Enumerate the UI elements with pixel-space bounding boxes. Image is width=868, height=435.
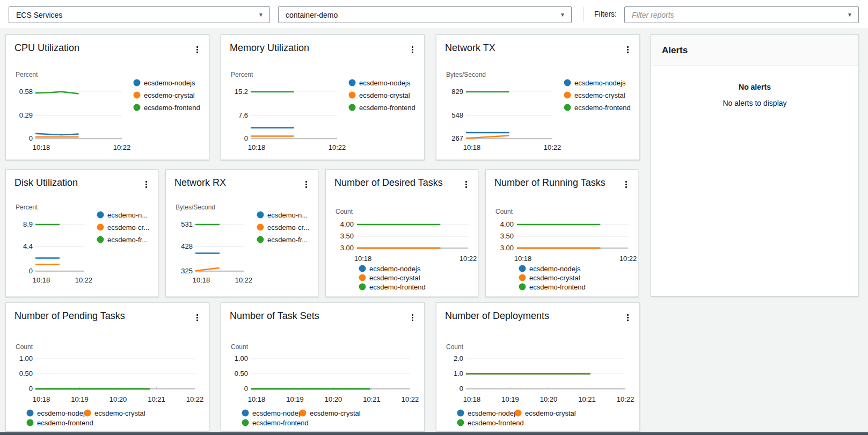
report-type-select[interactable]: ECS Services ▼: [9, 6, 270, 23]
x-tick-label: 10:18: [193, 276, 210, 284]
legend-item[interactable]: ecsdemo-crystal: [349, 91, 410, 99]
chart-title: Number of Deployments: [445, 310, 549, 322]
legend-label: ecsdemo-nodejs: [468, 409, 519, 417]
chart-card-task-sets: Number of Task SetsCount1.000.50010:1810…: [221, 302, 425, 431]
legend-item[interactable]: ecsdemo-nodejs: [457, 409, 519, 417]
y-axis-unit-label: Count: [446, 343, 464, 351]
legend-item[interactable]: ecsdemo-frontend: [134, 104, 200, 112]
chart-menu-button[interactable]: [192, 43, 202, 56]
legend-item[interactable]: ecsdemo-n...: [257, 211, 308, 219]
alerts-panel-body: No alerts No alerts to display: [651, 83, 858, 107]
chart-plot: Count4.003.503.0010:1810:22ecsdemo-nodej…: [486, 170, 639, 298]
chart-card-network-tx: Network TXBytes/Second82954826710:1810:2…: [436, 34, 640, 160]
legend-label: ecsdemo-crystal: [574, 91, 625, 99]
legend-label: ecsdemo-nodejs: [252, 409, 304, 417]
legend-item[interactable]: ecsdemo-fr...: [97, 236, 148, 244]
x-tick-label: 10:21: [363, 395, 381, 403]
legend-label: ecsdemo-nodejs: [529, 265, 581, 273]
alerts-empty-message: No alerts to display: [651, 99, 858, 107]
chart-menu-button[interactable]: [461, 178, 471, 191]
chart-menu-button[interactable]: [192, 311, 202, 324]
legend-item[interactable]: ecsdemo-nodejs: [134, 79, 195, 87]
legend-color-dot: [564, 92, 571, 99]
legend-item[interactable]: ecsdemo-frontend: [519, 283, 586, 291]
chart-plot: Count1.000.50010:1810:1910:2010:2110:22e…: [6, 303, 210, 432]
chart-card-pending-tasks: Number of Pending TasksCount1.000.50010:…: [5, 302, 209, 431]
chart-menu-button[interactable]: [623, 311, 632, 324]
chart-menu-button[interactable]: [301, 178, 311, 191]
x-tick-label: 10:20: [325, 395, 342, 403]
legend-color-dot: [134, 104, 141, 111]
legend-label: ecsdemo-frontend: [574, 104, 631, 112]
x-tick-label: 10:20: [540, 395, 558, 403]
legend-item[interactable]: ecsdemo-crystal: [564, 91, 625, 99]
legend-item[interactable]: ecsdemo-crystal: [84, 409, 145, 417]
legend-item[interactable]: ecsdemo-nodejs: [359, 265, 421, 273]
chart-plot: Percent15.27.6010:1810:22ecsdemo-nodejse…: [221, 35, 425, 161]
legend-color-dot: [257, 224, 264, 231]
chart-menu-button[interactable]: [621, 178, 631, 191]
legend-item[interactable]: ecsdemo-frontend: [349, 104, 415, 112]
chart-menu-button[interactable]: [141, 178, 151, 191]
legend-color-dot: [519, 284, 526, 291]
legend-item[interactable]: ecsdemo-nodejs: [564, 79, 626, 87]
legend-item[interactable]: ecsdemo-nodejs: [349, 79, 411, 87]
filter-reports-combobox[interactable]: ▼: [624, 6, 859, 23]
legend-label: ecsdemo-cr...: [107, 223, 149, 231]
x-tick-label: 10:18: [463, 143, 481, 151]
legend-label: ecsdemo-frontend: [359, 104, 415, 112]
chart-menu-button[interactable]: [623, 43, 632, 56]
filter-reports-input[interactable]: [625, 7, 858, 23]
legend-item[interactable]: ecsdemo-fr...: [257, 236, 308, 244]
legend-item[interactable]: ecsdemo-frontend: [457, 419, 524, 427]
legend-item[interactable]: ecsdemo-frontend: [27, 419, 93, 427]
legend-color-dot: [564, 79, 571, 86]
legend-item[interactable]: ecsdemo-cr...: [97, 223, 150, 231]
legend-item[interactable]: ecsdemo-frontend: [359, 283, 426, 291]
legend-item[interactable]: ecsdemo-nodejs: [27, 409, 89, 417]
legend-label: ecsdemo-frontend: [252, 419, 309, 427]
legend-item[interactable]: ecsdemo-crystal: [300, 409, 361, 417]
y-tick-label: 428: [181, 242, 193, 250]
chart-title: Memory Utilization: [230, 42, 309, 54]
x-tick-label: 10:21: [578, 395, 596, 403]
y-tick-label: 3.50: [500, 232, 514, 240]
legend-item[interactable]: ecsdemo-crystal: [134, 91, 195, 99]
legend-item[interactable]: ecsdemo-crystal: [359, 274, 420, 282]
legend-item[interactable]: ecsdemo-nodejs: [519, 265, 581, 273]
legend-item[interactable]: ecsdemo-frontend: [242, 419, 309, 427]
chart-title: CPU Utilization: [14, 42, 79, 54]
chart-menu-button[interactable]: [407, 311, 417, 324]
chart-card-network-rx: Network RXBytes/Second53142832510:1810:2…: [165, 169, 318, 297]
legend-color-dot: [349, 92, 356, 99]
chart-plot: Percent0.580.29010:1810:22ecsdemo-nodejs…: [6, 35, 210, 161]
legend-item[interactable]: ecsdemo-cr...: [257, 223, 310, 231]
y-axis-unit-label: Percent: [231, 71, 253, 78]
legend-color-dot: [519, 265, 526, 272]
resource-select[interactable]: container-demo ▼: [278, 6, 572, 23]
resource-value: container-demo: [286, 11, 338, 19]
legend-label: ecsdemo-frontend: [144, 104, 200, 112]
legend-label: ecsdemo-nodejs: [359, 79, 411, 87]
legend-color-dot: [242, 419, 249, 426]
x-tick-label: 10:22: [186, 395, 204, 403]
legend-item[interactable]: ecsdemo-crystal: [519, 274, 580, 282]
series-line-ecsdemo-crystal: [466, 135, 509, 138]
alerts-panel-header: Alerts: [651, 35, 858, 66]
y-axis-unit-label: Count: [335, 208, 353, 215]
legend-item[interactable]: ecsdemo-nodejs: [242, 409, 304, 417]
legend-item[interactable]: ecsdemo-n...: [97, 211, 148, 219]
chart-plot: Count1.000.50010:1810:1910:2010:2110:22e…: [221, 303, 425, 432]
y-axis-unit-label: Bytes/Second: [176, 204, 215, 211]
legend-color-dot: [300, 410, 307, 417]
y-tick-label: 2.0: [454, 354, 463, 363]
legend-color-dot: [134, 92, 141, 99]
legend-color-dot: [242, 410, 249, 417]
legend-label: ecsdemo-frontend: [369, 283, 426, 291]
chart-menu-button[interactable]: [407, 43, 417, 56]
legend-item[interactable]: ecsdemo-frontend: [564, 104, 631, 112]
y-tick-label: 548: [451, 111, 463, 119]
legend-item[interactable]: ecsdemo-crystal: [515, 409, 576, 417]
y-tick-label: 0.58: [19, 88, 33, 96]
x-tick-label: 10:19: [501, 395, 519, 403]
